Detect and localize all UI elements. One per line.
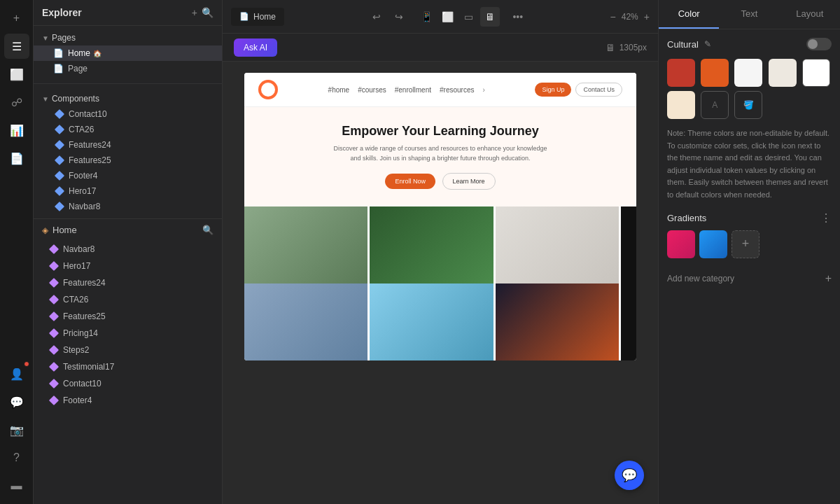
home-diamond-icon: [49, 244, 59, 254]
component-contact10[interactable]: Contact10: [34, 106, 222, 122]
gallery-item-6: [370, 284, 493, 360]
ask-ai-button[interactable]: Ask AI: [234, 38, 277, 57]
add-category-row: Add new category +: [667, 267, 832, 290]
preview-nav-links: #home #courses #enrollment #resources ›: [328, 86, 485, 94]
layers-icon[interactable]: ☍: [4, 90, 29, 115]
home-page-item[interactable]: 📄 Home 🏠: [34, 46, 222, 61]
canvas-content[interactable]: #home #courses #enrollment #resources › …: [223, 62, 658, 504]
add-category-label: Add new category: [667, 274, 734, 284]
zoom-level: 42%: [622, 12, 638, 22]
discord-icon[interactable]: 💬: [4, 389, 29, 414]
nav-link-home[interactable]: #home: [328, 86, 350, 94]
desktop-size-icon: 🖥: [606, 42, 615, 53]
desktop-device-button[interactable]: 🖥: [480, 7, 500, 27]
theme-toggle-track[interactable]: [806, 38, 832, 50]
hero-title: Empower Your Learning Journey: [258, 124, 622, 139]
home-hero17[interactable]: Hero17: [34, 258, 222, 274]
canvas-subbar: Ask AI 🖥 1305px: [223, 34, 658, 62]
assets-icon[interactable]: 📄: [4, 146, 29, 171]
layer-label: Contact10: [63, 379, 102, 388]
swatch-bucket[interactable]: 🪣: [734, 91, 762, 119]
swatch-2[interactable]: [701, 59, 729, 87]
help-icon[interactable]: ?: [4, 445, 29, 470]
layer-label: Navbar8: [63, 244, 94, 254]
camera-icon[interactable]: 📷: [4, 417, 29, 442]
components-label: Components: [52, 94, 99, 104]
home-features25[interactable]: Features25: [34, 308, 222, 325]
search-icon[interactable]: 🔍: [202, 7, 214, 18]
preview-signup-button[interactable]: Sign Up: [535, 83, 571, 97]
terminal-icon[interactable]: ▬: [4, 473, 29, 498]
home-diamond-icon: [49, 396, 59, 405]
home-steps2[interactable]: Steps2: [34, 342, 222, 358]
page-item[interactable]: 📄 Page: [34, 61, 222, 76]
home-search-icon[interactable]: 🔍: [202, 225, 214, 235]
gradients-menu-icon[interactable]: ⋮: [820, 211, 832, 225]
add-icon[interactable]: +: [4, 6, 29, 31]
theme-edit-icon[interactable]: ✎: [704, 39, 711, 49]
pages-icon[interactable]: ☰: [4, 34, 29, 59]
home-cta26[interactable]: CTA26: [34, 291, 222, 308]
components-icon[interactable]: ⬜: [4, 62, 29, 87]
redo-button[interactable]: ↪: [389, 7, 409, 27]
component-features25[interactable]: Features25: [34, 153, 222, 168]
nav-link-resources[interactable]: #resources: [440, 86, 474, 94]
zoom-in-button[interactable]: +: [644, 11, 650, 22]
toggle-thumb: [808, 39, 818, 49]
swatch-5[interactable]: [802, 59, 830, 87]
tab-text[interactable]: Text: [719, 0, 779, 29]
swatch-3[interactable]: [734, 59, 762, 87]
component-label: Footer4: [69, 171, 97, 181]
add-gradient-button[interactable]: +: [732, 230, 760, 258]
cms-icon[interactable]: 📊: [4, 118, 29, 143]
home-diamond-icon: [49, 312, 59, 321]
home-features24[interactable]: Features24: [34, 274, 222, 291]
component-hero17[interactable]: Hero17: [34, 183, 222, 199]
tablet-device-button[interactable]: ⬜: [438, 7, 458, 27]
add-category-button[interactable]: +: [825, 272, 832, 285]
gradient-swatch-2[interactable]: [699, 230, 727, 258]
add-page-icon[interactable]: +: [192, 7, 197, 18]
zoom-out-button[interactable]: −: [610, 11, 616, 22]
hero-description: Discover a wide range of courses and res…: [328, 144, 552, 163]
undo-button[interactable]: ↩: [367, 7, 386, 27]
swatch-6[interactable]: [667, 91, 695, 119]
nav-link-enrollment[interactable]: #enrollment: [395, 86, 431, 94]
home-pricing14[interactable]: Pricing14: [34, 325, 222, 342]
chat-button[interactable]: 💬: [615, 461, 644, 490]
swatch-text[interactable]: A: [701, 91, 729, 119]
component-label: Features24: [69, 140, 111, 150]
home-navbar8[interactable]: Navbar8: [34, 241, 222, 258]
component-features24[interactable]: Features24: [34, 137, 222, 153]
right-panel-tabs: Color Text Layout: [659, 0, 840, 29]
home-footer4[interactable]: Footer4: [34, 392, 222, 409]
home-contact10[interactable]: Contact10: [34, 375, 222, 392]
components-section: ▼ Components Contact10 CTA26 Features24 …: [34, 87, 222, 218]
home-page-label: Home: [68, 48, 90, 58]
layer-label: CTA26: [63, 295, 88, 304]
tab-layout[interactable]: Layout: [780, 0, 840, 29]
pages-section-header[interactable]: ▼ Pages: [34, 30, 222, 46]
home-testimonial17[interactable]: Testimonial17: [34, 358, 222, 375]
preview-contact-button[interactable]: Contact Us: [575, 83, 622, 97]
swatch-4[interactable]: [769, 59, 797, 87]
home-tab[interactable]: 📄 Home: [231, 8, 284, 26]
learn-more-button[interactable]: Learn More: [442, 173, 496, 190]
canvas-size-value: 1305px: [620, 43, 647, 52]
nav-link-courses[interactable]: #courses: [358, 86, 386, 94]
component-footer4[interactable]: Footer4: [34, 168, 222, 183]
nav-link-more[interactable]: ›: [482, 86, 484, 94]
user-avatar[interactable]: 👤: [4, 361, 29, 386]
gradient-swatch-1[interactable]: [667, 230, 695, 258]
component-cta26[interactable]: CTA26: [34, 122, 222, 137]
divider-1: [34, 83, 222, 84]
swatch-1[interactable]: [667, 59, 695, 87]
component-navbar8[interactable]: Navbar8: [34, 199, 222, 214]
tablet-landscape-button[interactable]: ▭: [459, 7, 479, 27]
mobile-device-button[interactable]: 📱: [417, 7, 437, 27]
enroll-button[interactable]: Enroll Now: [385, 174, 435, 189]
components-section-header[interactable]: ▼ Components: [34, 91, 222, 106]
tab-color[interactable]: Color: [659, 0, 719, 29]
more-options-button[interactable]: •••: [508, 7, 528, 27]
layers-icon: ◈: [42, 225, 48, 235]
